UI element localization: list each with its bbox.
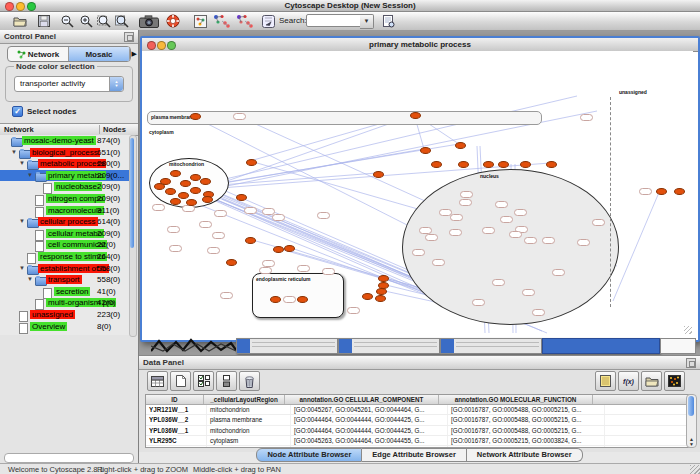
gene-node[interactable] <box>262 260 275 267</box>
tree-row[interactable]: ▼transport558(0) <box>0 274 131 286</box>
plasma-membrane-region[interactable] <box>147 111 542 125</box>
search-option-icon[interactable] <box>381 13 397 29</box>
tree-row[interactable]: unassigned223(0) <box>0 309 131 321</box>
highlighted-gene-node[interactable] <box>431 161 442 168</box>
tree-row[interactable]: cellular metabo209(0) <box>0 228 131 240</box>
highlighted-gene-node[interactable] <box>190 113 201 120</box>
tab-overflow-arrow-icon[interactable]: ▶ <box>132 50 137 58</box>
attribute-table-icon[interactable] <box>147 371 168 391</box>
highlighted-gene-node[interactable] <box>273 246 284 253</box>
gene-node[interactable] <box>259 267 272 274</box>
float-panel-icon[interactable] <box>124 32 134 42</box>
gene-node[interactable] <box>522 289 535 296</box>
gene-node[interactable] <box>214 210 227 217</box>
snapshot-camera-icon[interactable] <box>138 13 160 29</box>
expander-icon[interactable]: ▼ <box>27 276 33 282</box>
gene-node[interactable] <box>182 205 195 212</box>
highlighted-gene-node[interactable] <box>420 147 431 154</box>
highlighted-gene-node[interactable] <box>656 188 667 195</box>
highlighted-gene-node[interactable] <box>154 183 165 190</box>
gene-node[interactable] <box>592 219 605 226</box>
select-attributes-icon[interactable] <box>193 371 214 391</box>
gene-node[interactable] <box>500 216 513 223</box>
expander-icon[interactable]: ▼ <box>19 218 25 224</box>
gene-node[interactable] <box>514 209 527 216</box>
tree-row[interactable]: ▼biological_process651(0) <box>0 147 131 159</box>
minimized-window-4[interactable] <box>542 338 660 354</box>
highlighted-gene-node[interactable] <box>373 171 384 178</box>
highlighted-gene-node[interactable] <box>546 161 557 168</box>
highlighted-gene-node[interactable] <box>180 180 191 187</box>
tree-row[interactable]: ▼cellular process614(0) <box>0 216 131 228</box>
gene-node[interactable] <box>199 221 212 228</box>
column-header[interactable]: annotation.GO MOLECULAR_FUNCTION <box>439 395 593 404</box>
select-nodes-checkbox[interactable]: ✓ <box>12 106 23 117</box>
highlighted-gene-node[interactable] <box>284 245 295 252</box>
app-resize-grip[interactable] <box>690 465 700 474</box>
column-header[interactable]: _cellularLayoutRegion <box>204 395 285 404</box>
window-resize-grip[interactable] <box>684 326 692 334</box>
tree-row[interactable]: ▼metabolic process280(0) <box>0 158 131 170</box>
highlighted-gene-node[interactable] <box>362 293 373 300</box>
column-header[interactable]: annotation.GO CELLULAR_COMPONENT <box>285 395 439 404</box>
gene-node[interactable] <box>492 279 505 286</box>
table-row[interactable]: YPL036W__2plasma membrane[GO:0044464, GO… <box>146 415 689 425</box>
highlighted-gene-node[interactable] <box>498 161 509 168</box>
highlighted-gene-node[interactable] <box>202 196 213 203</box>
highlighted-gene-node[interactable] <box>190 187 201 194</box>
highlighted-gene-node[interactable] <box>165 188 176 195</box>
highlighted-gene-node[interactable] <box>458 161 469 168</box>
column-header[interactable]: ID <box>146 395 204 404</box>
highlighted-gene-node[interactable] <box>200 178 211 185</box>
tab-mosaic[interactable]: Mosaic <box>69 47 130 61</box>
tree-row[interactable]: ▼establishment of lo558(0) <box>0 263 131 275</box>
delete-attribute-icon[interactable] <box>239 371 260 391</box>
tree-row[interactable]: ▼primary metabo209(0... <box>0 170 131 182</box>
gene-node[interactable] <box>460 191 473 198</box>
table-row[interactable]: YPL036W__1mitochondrion[GO:0044464, GO:0… <box>146 426 689 436</box>
gene-node[interactable] <box>167 226 180 233</box>
gene-node[interactable] <box>317 212 330 219</box>
new-attribute-icon[interactable] <box>170 371 191 391</box>
tree-scrollbar[interactable] <box>129 135 137 337</box>
minimized-window-2[interactable] <box>338 338 440 354</box>
destroy-view-icon[interactable] <box>234 13 254 29</box>
gene-node[interactable] <box>322 268 335 275</box>
network-frame-icon[interactable] <box>192 13 208 29</box>
gene-node[interactable] <box>432 259 445 266</box>
gene-node[interactable] <box>449 229 462 236</box>
help-lifering-icon[interactable] <box>165 13 181 29</box>
gene-node[interactable] <box>482 227 495 234</box>
search-dropdown-button[interactable]: ▼ <box>360 14 374 29</box>
gene-node[interactable] <box>425 234 438 241</box>
function-builder-icon[interactable]: f(x) <box>618 371 639 391</box>
network-view-window[interactable]: primary metabolic process plasma membran… <box>140 36 700 342</box>
expander-icon[interactable]: ▼ <box>19 265 25 271</box>
tab-network[interactable]: Network <box>8 47 69 61</box>
gene-node[interactable] <box>509 231 522 238</box>
vizmapper-icon[interactable] <box>260 13 276 29</box>
network-canvas[interactable]: plasma membrane cytoplasm mitochondrion … <box>142 51 693 335</box>
highlighted-gene-node[interactable] <box>170 198 181 205</box>
zoom-in-icon[interactable] <box>78 13 94 29</box>
highlighted-gene-node[interactable] <box>245 237 256 244</box>
minimized-window-5[interactable] <box>660 338 696 354</box>
highlighted-gene-node[interactable] <box>170 170 181 177</box>
network-window-titlebar[interactable]: primary metabolic process <box>142 38 698 52</box>
expander-icon[interactable]: ▼ <box>27 172 33 178</box>
minimized-window-3[interactable] <box>440 338 542 354</box>
minimized-window-1[interactable] <box>236 338 338 354</box>
tree-row[interactable]: Overview8(0) <box>0 321 131 333</box>
highlighted-gene-node[interactable] <box>297 296 308 303</box>
save-icon[interactable] <box>36 13 52 29</box>
destroy-network-icon[interactable] <box>211 13 231 29</box>
table-scrollbar[interactable]: ▲▼ <box>686 394 697 448</box>
node-color-dropdown[interactable]: transporter activity ▲▼ <box>14 76 124 92</box>
float-data-panel-icon[interactable] <box>686 358 696 368</box>
highlighted-gene-node[interactable] <box>246 159 257 166</box>
gene-node[interactable] <box>419 227 432 234</box>
zoom-selected-icon[interactable] <box>114 13 130 29</box>
expander-icon[interactable]: ▼ <box>19 160 25 166</box>
tree-row[interactable]: response to stimul264(0) <box>0 251 131 263</box>
gene-node[interactable] <box>152 204 165 211</box>
